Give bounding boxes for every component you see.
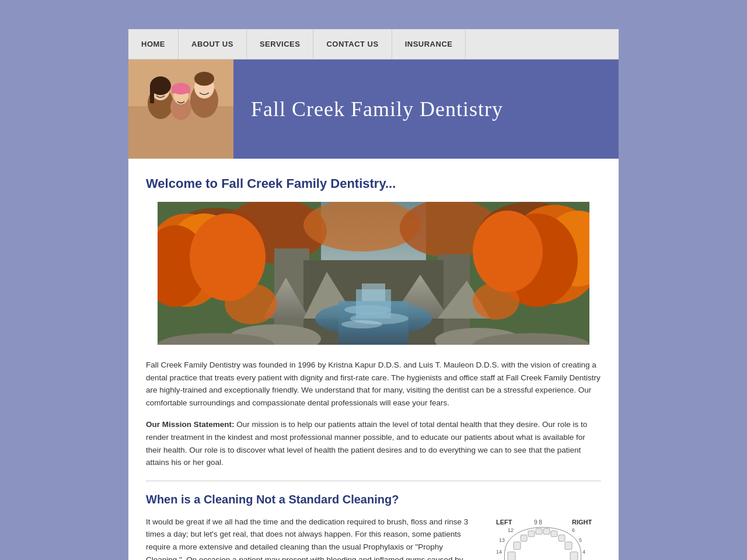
svg-point-12 <box>194 72 214 86</box>
family-photo-svg <box>128 60 233 159</box>
welcome-heading: Welcome to Fall Creek Family Dentistry..… <box>146 176 601 191</box>
svg-rect-66 <box>551 531 557 537</box>
svg-point-47 <box>473 282 519 320</box>
teeth-diagram: LEFT RIGHT 9 8 12 6 13 5 14 4 15 3 16 2 … <box>484 516 601 560</box>
header-title-area: Fall Creek Family Dentistry <box>233 60 619 159</box>
svg-rect-64 <box>543 528 550 534</box>
nav-contact[interactable]: CONTACT US <box>313 29 392 59</box>
svg-text:4: 4 <box>582 549 585 555</box>
svg-rect-67 <box>521 535 527 541</box>
mission-label: Our Mission Statement: <box>146 420 235 429</box>
mission-paragraph: Our Mission Statement: Our mission is to… <box>146 418 601 468</box>
bottom-section: It would be great if we all had the time… <box>146 516 601 560</box>
nav-insurance[interactable]: INSURANCE <box>392 29 466 59</box>
svg-rect-70 <box>565 542 572 550</box>
svg-rect-5 <box>150 86 154 103</box>
nav-services[interactable]: SERVICES <box>247 29 314 59</box>
nav-home[interactable]: HOME <box>128 29 179 59</box>
svg-rect-68 <box>558 535 565 541</box>
svg-point-46 <box>225 284 277 324</box>
section2-text: It would be great if we all had the time… <box>146 516 473 560</box>
main-content: Welcome to Fall Creek Family Dentistry..… <box>128 159 619 560</box>
site-title: Fall Creek Family Dentistry <box>251 97 503 121</box>
creek-image-container <box>146 202 601 347</box>
svg-rect-71 <box>508 552 515 560</box>
svg-text:12: 12 <box>508 527 514 533</box>
section2-heading: When is a Cleaning Not a Standard Cleani… <box>146 493 601 506</box>
svg-text:14: 14 <box>496 549 502 555</box>
svg-text:13: 13 <box>499 537 505 543</box>
svg-text:5: 5 <box>579 537 582 543</box>
svg-rect-9 <box>172 89 190 93</box>
body-paragraph: Fall Creek Family Dentistry was founded … <box>146 359 601 409</box>
svg-text:LEFT: LEFT <box>496 519 512 526</box>
section-divider <box>146 481 601 481</box>
nav-about[interactable]: ABOUT US <box>179 29 247 59</box>
svg-rect-41 <box>362 284 385 301</box>
svg-rect-63 <box>536 528 542 534</box>
svg-rect-72 <box>570 552 578 560</box>
page-wrapper: HOME ABOUT US SERVICES CONTACT US INSURA… <box>128 29 619 560</box>
svg-point-27 <box>473 211 543 292</box>
header-banner: Fall Creek Family Dentistry <box>128 60 619 159</box>
svg-text:6: 6 <box>572 527 575 533</box>
svg-rect-65 <box>528 531 535 537</box>
svg-rect-69 <box>514 542 521 550</box>
svg-text:RIGHT: RIGHT <box>572 519 592 526</box>
creek-image <box>158 202 589 345</box>
header-photo <box>128 60 233 159</box>
svg-point-39 <box>341 320 382 328</box>
navigation: HOME ABOUT US SERVICES CONTACT US INSURA… <box>128 29 619 60</box>
svg-text:9  8: 9 8 <box>534 519 542 526</box>
teeth-diagram-svg: LEFT RIGHT 9 8 12 6 13 5 14 4 15 3 16 2 … <box>484 516 601 560</box>
